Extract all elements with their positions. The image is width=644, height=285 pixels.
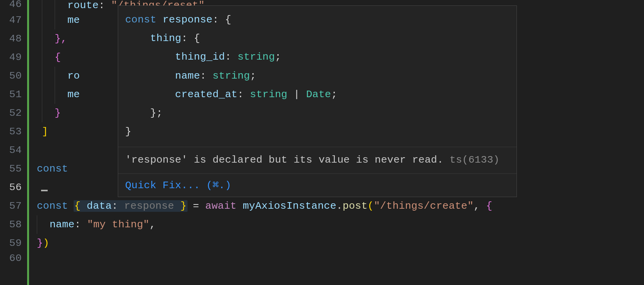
line-number: 57 xyxy=(0,197,27,215)
line-number: 50 xyxy=(0,67,27,85)
line-number: 47 xyxy=(0,11,27,29)
line-number: 46 xyxy=(0,0,27,11)
line-number: 52 xyxy=(0,104,27,122)
line-number: 49 xyxy=(0,48,27,67)
text-cursor xyxy=(41,190,48,191)
line-number: 51 xyxy=(0,85,27,104)
quick-fix-link[interactable]: Quick Fix... xyxy=(125,180,200,191)
hover-tooltip[interactable]: const response: { thing: { thing_id: str… xyxy=(118,5,517,197)
code-editor[interactable]: 46 47 48 49 50 51 52 53 54 55 56 57 58 5… xyxy=(0,0,644,285)
hover-diagnostic: 'response' is declared but its value is … xyxy=(118,147,517,173)
hover-type-signature: const response: { thing: { thing_id: str… xyxy=(118,6,517,147)
code-line[interactable]: }) xyxy=(29,234,644,252)
line-number: 59 xyxy=(0,234,27,252)
line-number: 54 xyxy=(0,141,27,160)
line-number: 58 xyxy=(0,215,27,234)
line-number: 48 xyxy=(0,29,27,48)
line-number: 53 xyxy=(0,122,27,141)
hover-actions: Quick Fix... (⌘.) xyxy=(118,173,517,197)
code-line[interactable]: const { data: response } = await myAxios… xyxy=(29,197,644,215)
line-number-active: 56 xyxy=(0,178,27,197)
code-area[interactable]: route: "/things/reset" me }, { ro me xyxy=(27,0,644,285)
line-number-gutter: 46 47 48 49 50 51 52 53 54 55 56 57 58 5… xyxy=(0,0,27,285)
quick-fix-shortcut: (⌘.) xyxy=(206,180,231,191)
code-line[interactable]: name: "my thing", xyxy=(29,215,644,234)
diagnostic-code: ts(6133) xyxy=(449,154,499,166)
line-number: 55 xyxy=(0,160,27,178)
line-number: 60 xyxy=(0,252,27,260)
